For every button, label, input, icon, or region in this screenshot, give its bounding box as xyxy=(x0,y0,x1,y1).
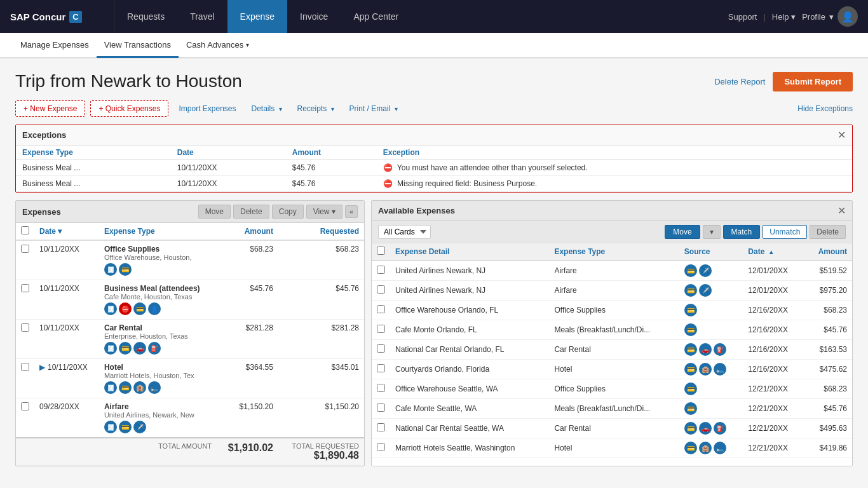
receipts-button[interactable]: Receipts ▾ xyxy=(292,101,339,116)
manage-expenses-label: Manage Expenses xyxy=(20,40,89,50)
profile-area[interactable]: Profile ▾ 👤 xyxy=(802,6,858,27)
total-requested: $1,890.48 xyxy=(283,450,359,461)
avail-type: Hotel xyxy=(549,438,679,458)
col-requested: Requested xyxy=(278,223,364,240)
expense-date: 10/11/20XX xyxy=(34,280,99,320)
avail-col-amount: Amount xyxy=(804,243,852,261)
card-icon: 💳 xyxy=(684,363,697,376)
view-button[interactable]: View ▾ xyxy=(306,205,342,219)
nav-requests[interactable]: Requests xyxy=(114,0,177,33)
avail-detail: Cafe Monte Orlando, FL xyxy=(390,320,549,340)
delete-report-button[interactable]: Delete Report xyxy=(714,77,765,86)
print-arrow: ▾ xyxy=(395,105,398,112)
col-date: Date ▾ xyxy=(34,223,99,240)
expense-type-cell: Office SuppliesOffice Warehouse, Houston… xyxy=(99,240,217,280)
avail-source: 💳 xyxy=(679,399,743,419)
avail-row-checkbox[interactable] xyxy=(377,285,385,294)
top-navigation: SAP Concur C Requests Travel Expense Inv… xyxy=(0,0,868,33)
exceptions-col-exception: Exception xyxy=(377,146,852,160)
card-filter-select[interactable]: All Cards xyxy=(378,225,431,239)
support-button[interactable]: Support xyxy=(728,12,757,22)
exception-type: Business Meal ... xyxy=(16,160,171,176)
avail-delete-button[interactable]: Delete xyxy=(810,225,846,239)
total-amount-label: TOTAL AMOUNT xyxy=(21,442,212,450)
expense-checkbox[interactable] xyxy=(21,284,29,292)
expense-date: 10/11/20XX xyxy=(34,320,99,359)
avail-detail: Cafe Monte Seattle, WA xyxy=(390,399,549,419)
avail-move-button[interactable]: Move xyxy=(665,225,700,239)
nav-travel[interactable]: Travel xyxy=(177,0,227,33)
select-all-checkbox[interactable] xyxy=(21,226,29,234)
avail-type: Airfare xyxy=(549,281,679,301)
expense-checkbox[interactable] xyxy=(21,245,29,253)
print-email-button[interactable]: Print / Email ▾ xyxy=(344,101,403,116)
nav-expense[interactable]: Expense xyxy=(227,0,287,33)
nav-invoice[interactable]: Invoice xyxy=(287,0,341,33)
receipt-icon: 🧾 xyxy=(104,421,117,433)
avail-row-checkbox[interactable] xyxy=(377,266,385,274)
import-expenses-button[interactable]: Import Expenses xyxy=(173,101,241,116)
avail-detail: National Car Rental Seattle, WA xyxy=(390,419,549,438)
avail-move-dropdown[interactable]: ▾ xyxy=(703,225,721,239)
avail-select-all[interactable] xyxy=(377,247,385,255)
avail-date: 12/01/20XX xyxy=(743,261,804,281)
avail-row-checkbox[interactable] xyxy=(377,384,385,392)
subnav-cash-advances[interactable]: Cash Advances ▾ xyxy=(179,34,257,58)
expense-checkbox[interactable] xyxy=(21,323,29,332)
exceptions-close-button[interactable]: ✕ xyxy=(837,129,846,141)
nav-app-center[interactable]: App Center xyxy=(341,0,411,33)
avail-row-checkbox[interactable] xyxy=(377,344,385,353)
avail-detail: National Car Rental Orlando, FL xyxy=(390,340,549,360)
avail-row-checkbox[interactable] xyxy=(377,325,385,333)
avail-amount: $495.63 xyxy=(804,419,852,438)
collapse-button[interactable]: « xyxy=(345,205,358,218)
card-icon: 💳 xyxy=(684,304,697,316)
expense-amount: $1,150.20 xyxy=(217,398,278,438)
avail-source: 💳✈️ xyxy=(679,261,743,281)
car-icon: 🚗 xyxy=(699,343,712,356)
help-button[interactable]: Help ▾ xyxy=(772,12,796,22)
expense-date: ▶10/11/20XX xyxy=(34,359,99,398)
expense-name: Car Rental xyxy=(104,323,212,332)
avail-row-checkbox[interactable] xyxy=(377,403,385,412)
avail-source: 💳🚗⛽ xyxy=(679,340,743,360)
new-expense-button[interactable]: + New Expense xyxy=(15,100,85,117)
quick-expenses-button[interactable]: + Quick Expenses xyxy=(90,100,168,117)
avail-unmatch-button[interactable]: Unmatch xyxy=(763,225,807,239)
nav-items: Requests Travel Expense Invoice App Cent… xyxy=(114,0,718,33)
car-icon: 🚗 xyxy=(699,422,712,435)
avail-date: 12/21/20XX xyxy=(743,399,804,419)
date-sort-icon: ▲ xyxy=(768,248,775,255)
available-expense-row: Courtyards Orlando, FloridaHotel💳🏨🛏️12/1… xyxy=(372,360,852,379)
avail-row-checkbox[interactable] xyxy=(377,305,385,313)
available-panel-close[interactable]: ✕ xyxy=(837,205,846,217)
copy-button[interactable]: Copy xyxy=(272,205,304,219)
expand-icon[interactable]: ▶ xyxy=(39,363,45,372)
hide-exceptions-button[interactable]: Hide Exceptions xyxy=(797,104,853,113)
avail-row-checkbox[interactable] xyxy=(377,364,385,372)
avail-amount: $975.20 xyxy=(804,281,852,301)
exception-error-icon: ⛔ xyxy=(383,163,393,172)
available-expense-row: Office Warehouse Orlando, FLOffice Suppl… xyxy=(372,301,852,320)
subnav-manage-expenses[interactable]: Manage Expenses xyxy=(13,34,97,58)
avail-amount: $68.23 xyxy=(804,301,852,320)
hotel-icon: 🏨 xyxy=(699,363,712,376)
subnav-view-transactions[interactable]: View Transactions xyxy=(97,34,179,58)
expense-checkbox[interactable] xyxy=(21,402,29,410)
avail-match-button[interactable]: Match xyxy=(723,225,761,239)
expense-requested: $281.28 xyxy=(278,320,364,359)
avail-row-checkbox[interactable] xyxy=(377,443,385,451)
details-button[interactable]: Details ▾ xyxy=(247,101,287,116)
expense-vendor: Enterprise, Houston, Texas xyxy=(104,332,212,340)
avail-date: 12/21/20XX xyxy=(743,379,804,399)
avail-source: 💳✈️ xyxy=(679,281,743,301)
move-button[interactable]: Move xyxy=(198,205,231,219)
exceptions-header: Exceptions ✕ xyxy=(16,125,852,146)
avail-col-date: Date ▲ xyxy=(743,243,804,261)
expense-checkbox[interactable] xyxy=(21,363,29,371)
delete-button[interactable]: Delete xyxy=(233,205,269,219)
exception-message: ⛔ You must have an attendee other than y… xyxy=(377,160,852,176)
submit-report-button[interactable]: Submit Report xyxy=(773,72,853,92)
avail-row-checkbox[interactable] xyxy=(377,423,385,431)
expense-row: 09/28/20XXAirfareUnited Airlines, Newark… xyxy=(16,398,364,438)
